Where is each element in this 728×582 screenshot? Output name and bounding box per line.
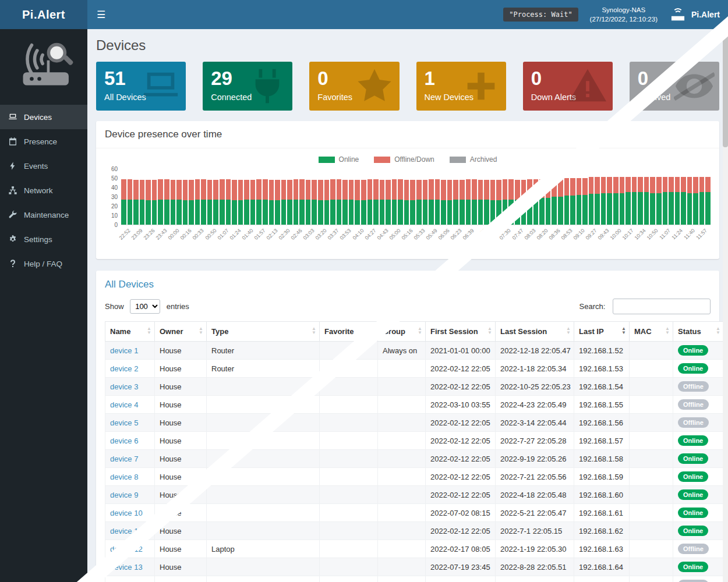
sidebar-item-presence[interactable]: Presence [0, 129, 87, 154]
cell-last_ip: 192.168.1.58 [574, 450, 630, 468]
summary-card-down-alerts[interactable]: 0Down Alerts [523, 62, 613, 111]
column-header-first-session[interactable]: First Session▲▼ [426, 322, 496, 342]
search-input[interactable] [613, 299, 711, 314]
cell-type [207, 396, 320, 414]
navbar-brand-right[interactable]: Pi.Alert [669, 8, 720, 22]
online-segment [423, 200, 428, 225]
sort-icon: ▲▼ [487, 327, 492, 335]
online-segment [693, 193, 698, 225]
cell-status: Offline [673, 540, 724, 558]
sidebar-item-devices[interactable]: Devices [0, 105, 87, 129]
chart-bar [287, 180, 292, 225]
chart-bar [589, 177, 594, 225]
cell-name: device 10 [105, 504, 155, 522]
chart-bar [503, 179, 508, 225]
sidebar-item-help-faq[interactable]: Help / FAQ [0, 251, 87, 276]
summary-card-archived[interactable]: 0Archived [630, 62, 719, 111]
chart-bar [644, 177, 649, 225]
cell-owner: House [155, 558, 207, 576]
cell-owner: House [155, 576, 207, 582]
summary-card-new-devices[interactable]: 1New Devices [416, 62, 506, 111]
device-name-link[interactable]: device 13 [110, 563, 143, 572]
router-magnifier-logo-icon [11, 38, 76, 93]
online-segment [447, 200, 453, 225]
y-axis-tick: 20 [111, 203, 118, 210]
device-name-link[interactable]: device 6 [110, 436, 138, 445]
online-segment [380, 200, 385, 225]
cell-name: device 5 [105, 414, 155, 432]
legend-swatch [319, 157, 335, 163]
chart-bar [195, 179, 200, 225]
device-name-link[interactable]: device 11 [110, 527, 142, 535]
column-header-label: Last IP [579, 327, 604, 336]
cell-favorite [320, 414, 378, 432]
device-name-link[interactable]: device 2 [110, 364, 138, 373]
column-header-favorite[interactable]: Favorite▲▼ [320, 322, 378, 342]
online-segment [183, 200, 188, 225]
table-row: device 10House2022-07-02 08:152022-5-21 … [105, 504, 724, 522]
table-row: device 4House2022-03-10 03:552022-4-23 2… [105, 396, 724, 414]
device-name-link[interactable]: device 1 [110, 346, 138, 355]
legend-item-online[interactable]: Online [319, 155, 359, 164]
column-header-mac[interactable]: MAC▲▼ [630, 322, 673, 342]
column-header-last-session[interactable]: Last Session▲▼ [496, 322, 574, 342]
cell-last_ip: 192.168.1.60 [574, 486, 630, 504]
device-name-link[interactable]: device 8 [110, 473, 138, 481]
device-name-link[interactable]: device 10 [110, 509, 143, 517]
cell-status: Offline [673, 576, 724, 582]
device-name-link[interactable]: device 3 [110, 382, 138, 391]
cell-type [207, 522, 320, 540]
cell-favorite [320, 558, 378, 576]
cell-owner: House [155, 414, 207, 432]
online-segment [416, 200, 422, 225]
online-segment [429, 200, 434, 225]
offline-segment [232, 180, 237, 200]
legend-swatch [450, 157, 466, 163]
sidebar-item-events[interactable]: Events [0, 154, 87, 178]
presence-chart-panel: Device presence over time OnlineOffline/… [96, 121, 719, 259]
device-name-link[interactable]: device 7 [110, 455, 138, 463]
sidebar-item-maintenance[interactable]: Maintenance [0, 203, 87, 227]
online-segment [582, 195, 588, 225]
sidebar-toggle-icon[interactable]: ☰ [87, 0, 115, 29]
column-header-type[interactable]: Type▲▼ [207, 322, 320, 342]
column-header-last-ip[interactable]: Last IP▲▼ [574, 322, 630, 342]
chart-bars [121, 169, 711, 225]
chart-bar [490, 180, 496, 225]
chart-bar [201, 179, 206, 225]
chart-bar [570, 178, 575, 225]
legend-item-offline-down[interactable]: Offline/Down [374, 155, 434, 164]
summary-card-all-devices[interactable]: 51All Devices [96, 62, 186, 111]
column-header-name[interactable]: Name▲▼ [105, 322, 155, 342]
column-header-group[interactable]: Group▲▼ [378, 322, 426, 342]
status-badge: Online [678, 526, 708, 536]
legend-item-archived[interactable]: Archived [450, 155, 497, 164]
device-name-link[interactable]: device 9 [110, 491, 138, 499]
column-header-status[interactable]: Status▲▼ [673, 322, 724, 342]
device-name-link[interactable]: device 5 [110, 418, 138, 427]
offline-segment [238, 180, 243, 200]
summary-card-favorites[interactable]: 0Favorites [309, 62, 399, 111]
device-name-link[interactable]: device 12 [110, 545, 143, 553]
scrollbar-thumb[interactable] [723, 31, 728, 147]
chart-bar [663, 177, 668, 225]
sidebar-item-network[interactable]: Network [0, 178, 87, 203]
summary-card-connected[interactable]: 29Connected [203, 62, 292, 111]
chart-bar [355, 180, 360, 225]
chart-bar [533, 179, 539, 225]
cell-type [207, 414, 320, 432]
column-header-label: Status [678, 327, 701, 336]
sidebar-item-settings[interactable]: Settings [0, 227, 87, 251]
column-header-owner[interactable]: Owner▲▼ [155, 322, 207, 342]
offline-segment [398, 179, 403, 200]
entries-select[interactable]: 100 [130, 299, 160, 314]
online-segment [613, 193, 619, 225]
vertical-scrollbar[interactable] [723, 29, 728, 582]
brand-logo[interactable]: Pi.Alert [0, 0, 87, 29]
chart-bar [318, 180, 323, 225]
online-segment [527, 198, 532, 225]
cell-favorite [320, 540, 378, 558]
device-name-link[interactable]: device 4 [110, 400, 138, 409]
sort-icon: ▲▼ [665, 327, 670, 335]
chart-bar [386, 180, 391, 225]
